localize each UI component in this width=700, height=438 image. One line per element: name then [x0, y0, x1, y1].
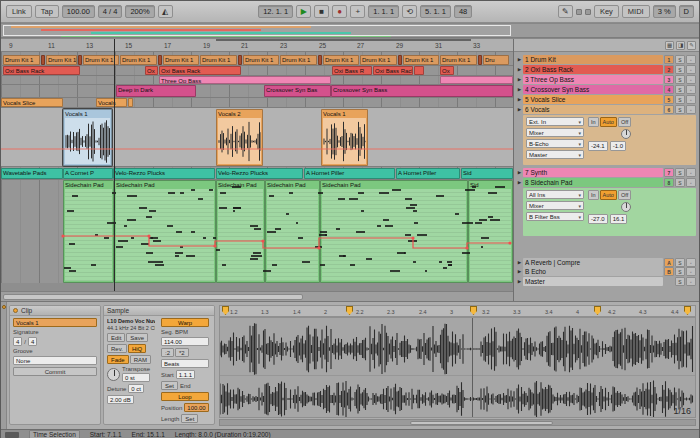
track-activator-button[interactable]: 4 [664, 85, 674, 94]
arrangement-clip[interactable]: Wavetable Pads [1, 168, 63, 179]
beat-time-ruler[interactable]: 9111315171921232527293133 [1, 39, 513, 52]
edit-sample-button[interactable]: Edit [107, 333, 125, 342]
arrangement-clip[interactable]: Deep in Dark [116, 85, 196, 97]
arm-button[interactable]: ◦ [686, 258, 696, 267]
arrangement-clip[interactable] [414, 66, 424, 75]
device-select[interactable]: Mixer [526, 201, 584, 210]
draw-mode-icon[interactable]: ✎ [558, 5, 573, 18]
arrangement-clip[interactable] [478, 55, 482, 65]
track-name[interactable]: 5 Vocals Slice [523, 95, 663, 104]
volume-field[interactable]: -24.1 [588, 141, 608, 151]
arm-button[interactable]: ◦ [686, 95, 696, 104]
solo-button[interactable]: S [675, 55, 685, 64]
warp-marker[interactable] [594, 306, 601, 315]
pan-knob[interactable] [621, 202, 631, 212]
fold-icon[interactable]: ▶ [516, 277, 523, 286]
midi-map-button[interactable]: MIDI [622, 5, 650, 18]
arm-button[interactable]: ◦ [686, 85, 696, 94]
overdub-icon[interactable]: + [350, 5, 365, 18]
arrangement-clip[interactable]: Sidechain Pad [114, 180, 216, 283]
track-name[interactable]: 1 Drum Kit [523, 55, 663, 64]
track-name[interactable]: 8 Sidechain Pad [523, 178, 663, 187]
solo-button[interactable]: S [675, 258, 685, 267]
tempo-field[interactable]: 100.00 [62, 5, 95, 18]
arrangement-clip[interactable] [158, 55, 162, 65]
gain-field[interactable]: 2.00 dB [107, 395, 134, 404]
record-icon[interactable]: ● [332, 5, 347, 18]
solo-button[interactable]: S [675, 277, 685, 286]
monitor-in-button[interactable]: In [588, 190, 599, 200]
arm-button[interactable]: ◦ [686, 277, 696, 286]
pan-knob[interactable] [621, 129, 631, 139]
save-sample-button[interactable]: Save [126, 333, 148, 342]
arrangement-clip[interactable]: Sid [468, 180, 513, 283]
monitor-in-button[interactable]: In [588, 117, 599, 127]
arrangement-clip[interactable]: Drum Kit 1 [323, 55, 359, 65]
loop-length-field[interactable]: 5. 1. 1 [420, 5, 451, 18]
track-header[interactable]: ▶ Master S ◦ [516, 277, 696, 286]
arrangement-clip[interactable]: A Hornet Piller [304, 168, 395, 179]
monitor-auto-button[interactable]: Auto [600, 117, 617, 127]
set-length-button[interactable]: Set [181, 414, 198, 423]
set-start-button[interactable]: Set [161, 381, 178, 390]
track-activator-button[interactable]: 3 [664, 75, 674, 84]
transpose-field[interactable]: 0 st [122, 373, 150, 382]
solo-button[interactable]: S [675, 95, 685, 104]
track-header[interactable]: ▶ 5 Vocals Slice 5 S ◦ [516, 95, 696, 104]
transpose-knob[interactable] [107, 368, 120, 381]
hiq-toggle[interactable]: HiQ [128, 344, 146, 353]
arrangement-clip[interactable]: Oxi Bass Rack [159, 66, 241, 75]
track-name[interactable]: B Echo [523, 267, 663, 276]
loop-start-field[interactable]: 1. 1. 1 [368, 5, 399, 18]
arrangement-overview[interactable] [1, 24, 699, 38]
track-activator-button[interactable]: B [664, 267, 674, 276]
track-header[interactable]: ▶ A Reverb | Compre A S ◦ [516, 258, 696, 267]
arrangement-clip[interactable]: Drum Kit 1 [360, 55, 397, 65]
key-map-button[interactable]: Key [594, 5, 619, 18]
fold-icon[interactable]: ▶ [516, 85, 523, 94]
stop-icon[interactable]: ■ [314, 5, 329, 18]
pan-field[interactable]: -1.0 [610, 141, 626, 151]
scrollbar-thumb[interactable] [3, 294, 303, 300]
arrangement-horizontal-scrollbar[interactable] [1, 291, 513, 301]
fold-icon[interactable]: ▶ [516, 95, 523, 104]
input-routing-select[interactable]: Ext. In [526, 117, 584, 126]
arrangement-clip[interactable]: Drum Kit 1 [46, 55, 77, 65]
track-activator-button[interactable]: 7 [664, 168, 674, 177]
link-button[interactable]: Link [6, 5, 32, 18]
loop-brace[interactable] [216, 39, 471, 41]
arrangement-clip[interactable]: Dru [483, 55, 509, 65]
detune-field[interactable]: 0 ct [128, 384, 144, 393]
track-lanes[interactable]: Drum Kit 1 Drum Kit 1 Drum Kit 1 Drum Ki… [1, 52, 513, 291]
quantize-amount-field[interactable]: 200% [125, 5, 154, 18]
fold-icon[interactable]: ▶ [516, 258, 523, 267]
arrangement-clip[interactable]: Ox [440, 66, 454, 75]
arrangement-clip[interactable]: Oxi Bass Rach [373, 66, 413, 75]
solo-button[interactable]: S [675, 267, 685, 276]
arrangement-clip[interactable]: Sidechain Pad [265, 180, 320, 283]
solo-button[interactable]: S [675, 168, 685, 177]
warp-marker[interactable] [470, 306, 477, 315]
sample-ruler[interactable]: 1.21.31.422.22.32.433.23.33.444.24.34.4 [219, 305, 696, 317]
arrangement-clip[interactable]: Crossover Syn Bass [331, 85, 513, 97]
overview-viewport[interactable] [3, 25, 511, 36]
sample-scrollbar-thumb[interactable] [410, 421, 553, 425]
arrangement-clip[interactable] [128, 98, 133, 107]
track-activator-button[interactable]: 2 [664, 65, 674, 74]
output-routing-select[interactable]: Master [526, 150, 584, 159]
send-device-select[interactable]: B-Echo [526, 139, 584, 148]
track-activator-button[interactable]: 8 [664, 178, 674, 187]
arrangement-clip[interactable]: A Hornet Piller [396, 168, 460, 179]
track-header[interactable]: ▶ 3 Three Op Bass 3 S ◦ [516, 75, 696, 84]
track-name[interactable]: 6 Vocals [523, 105, 663, 114]
solo-button[interactable]: S [675, 65, 685, 74]
start-field[interactable]: 1.1.1 [176, 370, 195, 379]
pan-field[interactable]: 16.1 [610, 214, 628, 224]
clip-activator-icon[interactable] [13, 308, 18, 313]
track-header[interactable]: ▶ 4 Crossover Syn Bass 4 S ◦ [516, 85, 696, 94]
track-name[interactable]: 7 Synth [523, 168, 663, 177]
arrangement-clip[interactable]: Sid [461, 168, 513, 179]
arrangement-clip[interactable]: Drum Kit 1 [200, 55, 237, 65]
track-activator-button[interactable]: 1 [664, 55, 674, 64]
solo-button[interactable]: S [675, 105, 685, 114]
